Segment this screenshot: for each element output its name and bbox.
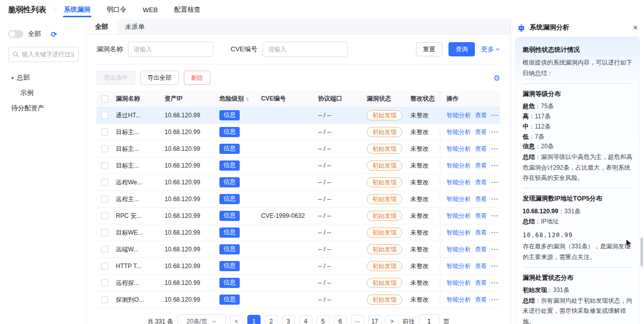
page-button[interactable]: 5: [316, 315, 330, 324]
more-actions-icon[interactable]: ···: [491, 246, 499, 253]
table-row[interactable]: 远程探...10.68.120.99信息-- / --初始发现未整改智能分析查看…: [96, 275, 500, 291]
column-header: CVE编号: [258, 91, 315, 107]
row-checkbox[interactable]: [101, 279, 108, 286]
panel-scrollbar[interactable]: [640, 238, 643, 266]
top-tab[interactable]: 系统漏洞: [64, 0, 90, 19]
ai-analyze-link[interactable]: 智能分析: [446, 111, 471, 120]
top-tab[interactable]: 配置核查: [174, 0, 201, 19]
ai-analyze-link[interactable]: 智能分析: [446, 245, 471, 254]
more-actions-icon[interactable]: ···: [491, 263, 499, 270]
ai-analyze-link[interactable]: 智能分析: [446, 145, 471, 153]
row-checkbox[interactable]: [101, 112, 108, 119]
row-checkbox[interactable]: [101, 145, 108, 152]
ai-analyze-link[interactable]: 智能分析: [446, 195, 471, 204]
cve-input[interactable]: [263, 42, 348, 57]
refresh-icon[interactable]: ⟳: [51, 30, 57, 38]
vuln-name-input[interactable]: [128, 42, 213, 57]
tree-item[interactable]: ▾总部: [8, 70, 79, 85]
more-actions-icon[interactable]: ···: [491, 196, 499, 203]
more-actions-icon[interactable]: ···: [491, 212, 499, 219]
column-header[interactable]: 危险级别▲▼: [216, 91, 258, 107]
table-row[interactable]: 远程We...10.68.120.99信息-- / --初始发现未整改智能分析查…: [96, 174, 500, 191]
table-row[interactable]: HTTP T...10.68.120.99信息-- / --初始发现未整改智能分…: [96, 258, 500, 275]
ai-analyze-link[interactable]: 智能分析: [446, 229, 471, 237]
row-checkbox[interactable]: [101, 179, 108, 186]
more-actions-icon[interactable]: ···: [491, 162, 499, 169]
row-checkbox[interactable]: [101, 246, 108, 253]
goto-page-input[interactable]: [419, 314, 439, 324]
close-icon[interactable]: ×: [633, 23, 638, 32]
view-link[interactable]: 查看: [475, 161, 487, 170]
ai-analyze-link[interactable]: 智能分析: [446, 161, 471, 170]
table-row[interactable]: 目标WE...10.68.120.99信息-- / --初始发现未整改智能分析查…: [96, 224, 500, 241]
export-selected-button[interactable]: 导出选中: [96, 71, 135, 85]
row-checkbox[interactable]: [101, 229, 108, 236]
select-all-checkbox[interactable]: [101, 95, 108, 103]
view-link[interactable]: 查看: [475, 212, 487, 220]
ai-analyze-link[interactable]: 智能分析: [446, 178, 471, 187]
page-button[interactable]: 2: [265, 315, 278, 324]
more-actions-icon[interactable]: ···: [491, 112, 499, 119]
page-button[interactable]: 4: [299, 315, 312, 324]
sort-icon[interactable]: ▲▼: [246, 96, 249, 102]
view-link[interactable]: 查看: [475, 229, 487, 237]
more-actions-icon[interactable]: ···: [491, 145, 499, 152]
page-button[interactable]: 3: [282, 315, 295, 324]
view-link[interactable]: 查看: [475, 245, 487, 254]
row-checkbox[interactable]: [101, 162, 108, 169]
delete-button[interactable]: 删除: [184, 71, 210, 85]
ai-analyze-link[interactable]: 智能分析: [446, 262, 471, 271]
all-toggle[interactable]: [8, 30, 23, 38]
top-tab[interactable]: 弱口令: [107, 0, 126, 19]
row-checkbox[interactable]: [101, 212, 108, 219]
top-tab[interactable]: WEB: [143, 0, 158, 19]
tree-item[interactable]: 待分配资产: [8, 101, 79, 116]
more-link[interactable]: 更多: [481, 45, 500, 54]
table-row[interactable]: 探测到O...10.68.120.99信息-- / --初始发现未整改智能分析查…: [96, 291, 500, 308]
more-actions-icon[interactable]: ···: [491, 296, 499, 303]
pager-ellipsis[interactable]: ···: [351, 315, 364, 324]
reset-button[interactable]: 重置: [416, 42, 442, 56]
row-checkbox[interactable]: [101, 296, 108, 303]
row-checkbox[interactable]: [101, 263, 108, 270]
row-checkbox[interactable]: [101, 128, 108, 136]
table-row[interactable]: 目标主...10.68.120.99信息-- / --初始发现未整改智能分析查看…: [96, 141, 500, 157]
view-link[interactable]: 查看: [475, 145, 487, 153]
view-link[interactable]: 查看: [475, 296, 487, 304]
export-all-button[interactable]: 导出全部: [140, 71, 179, 85]
page-size-select[interactable]: 20条/页: [177, 314, 226, 324]
page-button[interactable]: 6: [334, 315, 347, 324]
pager-next[interactable]: >: [385, 315, 399, 324]
sidebar-search[interactable]: [8, 47, 79, 62]
ai-analyze-link[interactable]: 智能分析: [446, 128, 471, 137]
pager-prev[interactable]: <: [230, 315, 243, 324]
more-actions-icon[interactable]: ···: [491, 279, 499, 286]
table-row[interactable]: 通过HT...10.68.120.99信息-- / --初始发现未整改智能分析查…: [96, 107, 500, 124]
view-link[interactable]: 查看: [475, 279, 487, 287]
view-link[interactable]: 查看: [475, 128, 487, 137]
view-link[interactable]: 查看: [475, 111, 487, 120]
more-actions-icon[interactable]: ···: [491, 128, 499, 136]
query-button[interactable]: 查询: [448, 42, 475, 56]
list-tab[interactable]: 未派单: [117, 19, 153, 34]
ai-analyze-link[interactable]: 智能分析: [446, 296, 471, 304]
more-actions-icon[interactable]: ···: [491, 229, 499, 236]
ai-analyze-link[interactable]: 智能分析: [446, 212, 471, 220]
table-row[interactable]: RPC 安...10.68.120.99信息CVE-1999-0632-- / …: [96, 208, 500, 224]
table-row[interactable]: 目标主...10.68.120.99信息-- / --初始发现未整改智能分析查看…: [96, 124, 500, 141]
table-row[interactable]: 远程主...10.68.120.99信息-- / --初始发现未整改智能分析查看…: [96, 191, 500, 208]
more-actions-icon[interactable]: ···: [491, 179, 499, 186]
sidebar-search-input[interactable]: [22, 51, 74, 58]
ai-analyze-link[interactable]: 智能分析: [446, 279, 471, 287]
tree-item[interactable]: 示例: [8, 85, 79, 101]
gear-icon[interactable]: ⚙: [494, 74, 500, 82]
table-row[interactable]: 远端W...10.68.120.99信息-- / --初始发现未整改智能分析查看…: [96, 241, 500, 258]
list-tab[interactable]: 全部: [86, 19, 117, 34]
table-row[interactable]: 目标主...10.68.120.99信息-- / --初始发现未整改智能分析查看…: [96, 157, 500, 174]
view-link[interactable]: 查看: [475, 262, 487, 271]
page-button[interactable]: 1: [247, 315, 261, 324]
row-checkbox[interactable]: [101, 196, 108, 203]
page-button[interactable]: 17: [368, 315, 381, 324]
view-link[interactable]: 查看: [475, 178, 487, 187]
view-link[interactable]: 查看: [475, 195, 487, 204]
